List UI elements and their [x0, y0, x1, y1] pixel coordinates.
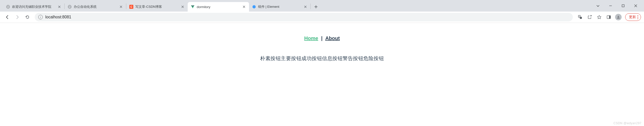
nav-link-home[interactable]: Home — [304, 35, 318, 41]
tab-title: dormitory — [197, 5, 240, 9]
profile-button[interactable] — [614, 13, 623, 21]
menu-dots-icon — [637, 15, 638, 19]
avatar-icon — [615, 14, 622, 20]
csdn-icon: C — [129, 5, 133, 9]
minimize-button[interactable] — [604, 1, 617, 10]
tab-title: 写文章-CSDN博客 — [135, 5, 179, 9]
svg-text:C: C — [130, 6, 132, 8]
new-tab-button[interactable] — [312, 3, 320, 11]
close-icon[interactable] — [119, 5, 123, 9]
translate-icon[interactable]: 文 — [576, 13, 584, 21]
tab-dormitory[interactable]: dormitory — [188, 2, 249, 12]
router-nav: Home | About — [0, 35, 644, 41]
site-info-icon[interactable]: i — [38, 15, 43, 19]
close-window-button[interactable] — [629, 1, 642, 10]
bookmark-icon[interactable] — [595, 13, 603, 21]
back-button[interactable] — [3, 13, 12, 21]
window-controls — [592, 0, 644, 12]
close-icon[interactable] — [242, 5, 246, 9]
globe-icon — [6, 5, 10, 9]
watermark: CSDN @wdyan297 — [614, 121, 641, 125]
svg-rect-9 — [622, 5, 624, 7]
update-label: 更新 — [629, 15, 636, 19]
close-icon[interactable] — [303, 5, 307, 9]
toolbar-actions: 文 更新 — [576, 13, 641, 21]
tab-title: 办公自动化系统 — [74, 5, 117, 9]
globe-icon — [68, 5, 72, 9]
svg-point-15 — [618, 16, 619, 17]
tab-csdn[interactable]: C 写文章-CSDN博客 — [126, 2, 188, 12]
close-icon[interactable] — [57, 5, 61, 9]
tab-wuxi[interactable]: 欢迎访问无锡职业技术学院 — [3, 2, 64, 12]
share-icon[interactable] — [585, 13, 594, 21]
tab-search-button[interactable] — [592, 4, 604, 8]
side-panel-icon[interactable] — [605, 13, 613, 21]
close-icon[interactable] — [181, 5, 185, 9]
button-text-row: 朴素按钮主要按钮成功按钮信息按钮警告按钮危险按钮 — [0, 55, 644, 62]
update-button[interactable]: 更新 — [625, 13, 641, 21]
url-text: localhost:8081 — [45, 15, 569, 19]
maximize-button[interactable] — [617, 1, 629, 10]
tab-title: 组件 | Element — [258, 5, 301, 9]
element-icon — [252, 5, 256, 9]
tab-oa[interactable]: 办公自动化系统 — [65, 2, 126, 12]
vue-icon — [191, 5, 195, 9]
tab-separator — [310, 4, 311, 9]
tab-strip: 欢迎访问无锡职业技术学院 办公自动化系统 C 写文章-CSDN博客 dormit… — [0, 0, 644, 12]
forward-button[interactable] — [13, 13, 22, 21]
svg-rect-14 — [609, 16, 611, 19]
nav-link-about[interactable]: About — [325, 35, 340, 41]
tab-element[interactable]: 组件 | Element — [249, 2, 310, 12]
browser-toolbar: i localhost:8081 文 更新 — [0, 12, 644, 23]
reload-button[interactable] — [23, 13, 32, 21]
page-content: Home | About 朴素按钮主要按钮成功按钮信息按钮警告按钮危险按钮 — [0, 23, 644, 62]
nav-separator: | — [321, 35, 323, 41]
tab-title: 欢迎访问无锡职业技术学院 — [12, 5, 55, 9]
svg-rect-11 — [580, 17, 582, 19]
svg-text:文: 文 — [579, 16, 580, 17]
address-bar[interactable]: i localhost:8081 — [35, 13, 573, 21]
